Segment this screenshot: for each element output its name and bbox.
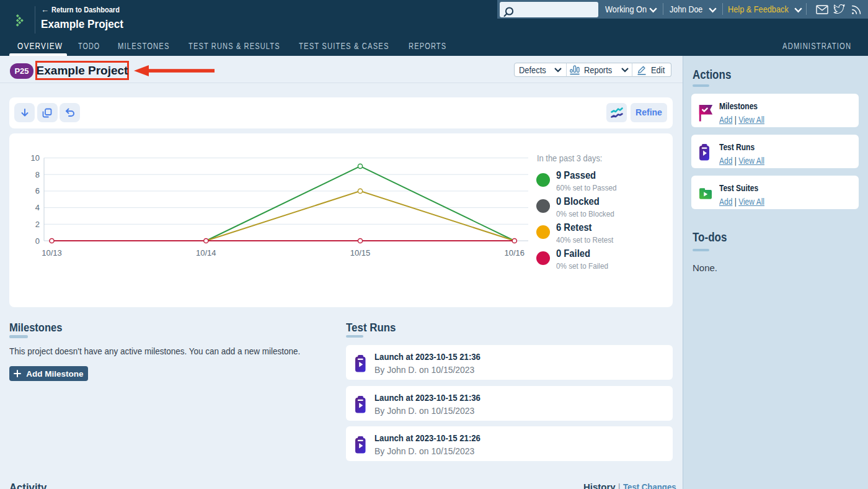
svg-text:10/13: 10/13 [42,248,62,258]
svg-text:4: 4 [35,203,40,212]
svg-text:10/15: 10/15 [350,248,371,258]
svg-text:0: 0 [35,236,40,246]
svg-text:10/14: 10/14 [196,248,216,258]
svg-text:10: 10 [31,153,40,163]
svg-text:8: 8 [35,170,40,179]
svg-text:2: 2 [35,220,40,229]
svg-text:6: 6 [35,186,40,195]
svg-text:10/16: 10/16 [505,248,525,258]
